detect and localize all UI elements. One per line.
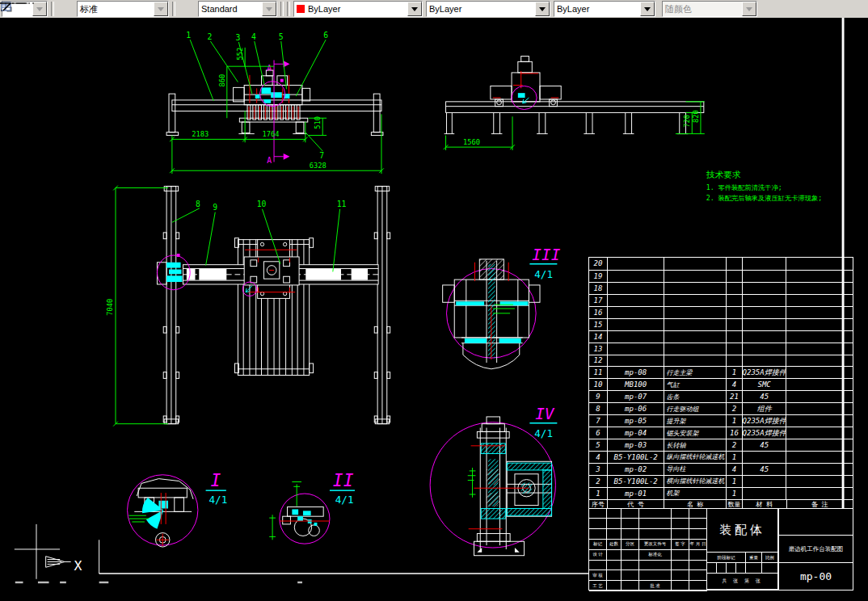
bom-cell-code: mp-03 [608, 439, 665, 451]
crosshair-cursor[interactable] [15, 524, 60, 579]
detail-IV-scale: 4/1 [534, 427, 553, 439]
revision-cell [607, 581, 622, 591]
bom-cell-name: 导向柱 [664, 463, 727, 475]
revision-cell [622, 581, 639, 591]
dim-style-dropdown[interactable]: 标准 [77, 1, 169, 17]
linetype-dropdown-arrow[interactable] [535, 2, 550, 16]
toolbar-separator [51, 2, 54, 16]
svg-text:8: 8 [196, 200, 200, 208]
bom-cell-name [664, 270, 727, 282]
bom-row: 11mp-08行走主梁1Q235A焊接件 [589, 366, 853, 378]
revision-cell: 工 艺 [589, 581, 607, 591]
assembly-title: 装配体 [707, 509, 778, 553]
color-dropdown[interactable]: ByLayer [293, 1, 423, 17]
revision-cell [689, 550, 707, 561]
bom-cell-code [608, 318, 665, 330]
bom-cell-qty: 2 [727, 439, 743, 451]
svg-text:11: 11 [337, 200, 347, 208]
technical-requirements: 技术要求 1. 零件装配前清洗干净; 2. 装配完后轴承及液压缸无卡滞现象; [706, 170, 822, 202]
text-style-dropdown-arrow[interactable] [262, 2, 276, 16]
toolbar-separator [280, 2, 284, 16]
bom-cell-name: 机架 [664, 487, 727, 499]
bom-cell-material: 45 [743, 439, 787, 451]
linetype-dropdown[interactable]: ByLayer [426, 1, 550, 17]
lineweight-dropdown[interactable]: ByLayer [554, 1, 655, 17]
bom-cell-remark [786, 378, 852, 390]
bom-cell-name: 锯头安装架 [664, 427, 727, 439]
revision-cell [689, 529, 707, 540]
revision-cell [689, 519, 707, 529]
bom-cell-qty: 4 [727, 378, 743, 390]
side-elevation-dimensions [444, 102, 705, 150]
bom-cell-material [743, 330, 787, 343]
drawing-number: mp-00 [779, 563, 853, 590]
bom-cell-remark [786, 463, 852, 475]
svg-text:860: 860 [218, 74, 226, 87]
bom-cell-code [608, 294, 665, 306]
dim-style-dropdown-arrow[interactable] [154, 2, 168, 16]
bom-cell-remark [786, 451, 852, 463]
bom-row: 6mp-04锯头安装架16Q235A焊接件 [589, 427, 853, 439]
revision-cell [672, 529, 689, 540]
bom-cell-material [743, 258, 787, 270]
bom-cell-code [608, 355, 665, 367]
bom-cell-code [608, 270, 665, 282]
front-elevation-view [166, 70, 383, 136]
text-style-dropdown[interactable]: Standard [198, 1, 277, 17]
properties-toolbar: 标准 Standard ByLayer [0, 0, 868, 19]
ucs-x-axis-label: X [74, 558, 82, 574]
bom-cell-no: 1 [589, 487, 608, 499]
bom-row: 10MB100气缸4SMC [589, 378, 853, 390]
lineweight-dropdown-arrow[interactable] [640, 2, 655, 16]
bom-cell-material [743, 451, 787, 463]
bom-cell-code: mp-08 [608, 366, 665, 378]
plan-view [157, 187, 390, 424]
bom-cell-name [664, 282, 727, 294]
svg-text:6328: 6328 [310, 162, 327, 170]
bom-cell-material [743, 282, 787, 294]
svg-text:1764: 1764 [262, 131, 279, 139]
bom-row: 3mp-02导向柱445 [589, 463, 853, 475]
bom-cell-remark [786, 414, 852, 427]
revision-cell [622, 529, 639, 540]
bom-cell-qty: 21 [727, 390, 743, 402]
revision-cell: 年 月 日 [689, 540, 707, 550]
bom-row: 14 [589, 330, 853, 343]
bom-row: 17 [589, 294, 853, 306]
ucs-icon: X [46, 557, 82, 574]
bom-cell-remark [786, 487, 852, 499]
title-block: 标记处数分区更改文件号签 字年 月 日设 计标准化审 核工 艺批 准 装配体 阶… [588, 508, 853, 591]
revision-cell [607, 561, 622, 571]
bom-cell-name [664, 258, 727, 270]
unnamed-dropdown-arrow[interactable] [32, 2, 47, 16]
plan-view-dimensions [113, 186, 339, 427]
detail-III-scale: 4/1 [534, 268, 553, 280]
revision-cell: 分区 [622, 540, 639, 550]
sheet-count-label: 共 张 第 张 [707, 574, 778, 590]
bom-cell-material: Q235A焊接件 [743, 427, 787, 439]
revision-cell [689, 581, 707, 591]
bom-cell-code: mp-05 [608, 414, 665, 427]
revision-cell: 批 准 [639, 581, 672, 591]
bom-row: 20 [589, 258, 853, 270]
bom-cell-no: 11 [589, 366, 608, 378]
bom-cell-code [608, 306, 665, 318]
drawing-viewport[interactable]: A A 1 2 3 4 5 6 7 552 860 510 2 [0, 18, 868, 601]
bom-row: 15 [589, 318, 853, 330]
bom-cell-remark [786, 330, 852, 343]
text-style-button[interactable] [178, 2, 196, 16]
bom-cell-material [743, 487, 787, 499]
bom-cell-remark [786, 270, 852, 282]
revision-cell [689, 509, 707, 519]
bom-cell-qty [727, 343, 743, 355]
svg-text:10: 10 [257, 200, 267, 208]
bom-row: 13 [589, 343, 853, 355]
color-dropdown-arrow[interactable] [407, 2, 422, 16]
bom-cell-code: mp-01 [608, 487, 665, 499]
bom-row: 18 [589, 282, 853, 294]
bom-cell-no: 14 [589, 330, 608, 343]
dim-style-button[interactable] [57, 2, 74, 16]
bom-cell-no: 13 [589, 343, 608, 355]
bom-cell-qty [727, 282, 743, 294]
revision-cell [672, 550, 689, 561]
